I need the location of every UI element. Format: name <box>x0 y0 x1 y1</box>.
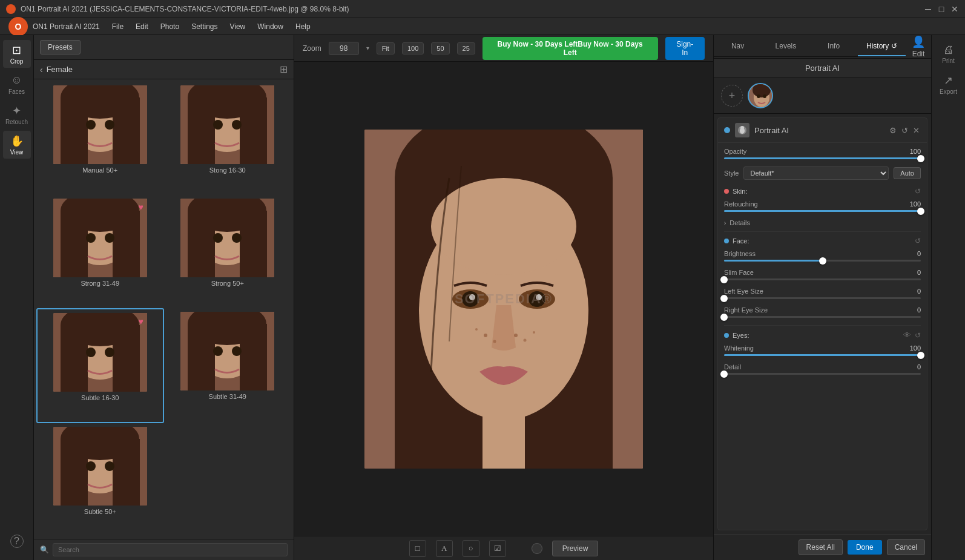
retouching-thumb[interactable] <box>917 208 924 215</box>
slim-face-thumb[interactable] <box>720 276 728 283</box>
skin-reset-button[interactable]: ↺ <box>915 187 921 196</box>
menu-item-view[interactable]: View <box>223 20 251 33</box>
zoom-100-button[interactable]: 100 <box>402 42 424 54</box>
window-controls[interactable]: ─ □ ✕ <box>924 5 959 13</box>
svg-rect-39 <box>240 324 267 390</box>
view-icon: ✋ <box>10 134 24 148</box>
sign-in-button[interactable]: Sign-In <box>665 37 705 60</box>
export-label: Export <box>940 88 957 95</box>
retouching-slider[interactable] <box>724 210 921 212</box>
face-reset-button[interactable]: ↺ <box>915 237 921 245</box>
export-button[interactable]: ↗ Export <box>935 70 963 99</box>
preset-item-subtle-16-30[interactable]: ♥Subtle 16-30 <box>36 308 164 424</box>
eyes-section-label: Eyes: <box>733 332 900 339</box>
edit-panel-button[interactable]: 👤 Edit <box>906 35 931 58</box>
eyes-visibility-button[interactable]: 👁 <box>903 331 911 340</box>
undo-button[interactable]: ↺ <box>900 125 909 136</box>
preset-item-subtle-31-49[interactable]: Subtle 31-49 <box>164 308 292 424</box>
tool-view[interactable]: ✋ View <box>3 131 31 159</box>
preset-thumb-subtle-50plus <box>53 427 147 506</box>
search-input[interactable] <box>53 543 288 556</box>
tab-levels[interactable]: Levels <box>762 37 809 56</box>
detail-slider[interactable] <box>724 373 921 375</box>
retouching-track <box>724 210 921 212</box>
zoom-50-button[interactable]: 50 <box>431 42 449 54</box>
brightness-row: Brightness 0 <box>724 250 921 257</box>
card-status-dot <box>724 127 730 133</box>
preset-label-strong-31-49: Strong 31-49 <box>81 280 119 287</box>
menu-item-file[interactable]: File <box>106 20 130 33</box>
svg-rect-31 <box>61 325 88 392</box>
tab-history[interactable]: History ↺ <box>858 37 906 56</box>
right-eye-slider[interactable] <box>724 316 921 318</box>
settings-button[interactable]: ⚙ <box>888 125 898 136</box>
detail-thumb[interactable] <box>720 371 728 378</box>
left-eye-label: Left Eye Size <box>724 288 763 295</box>
presets-category[interactable]: ‹ Female <box>40 65 73 74</box>
help-button[interactable]: ? <box>3 527 31 555</box>
tool-crop[interactable]: ⊡ Crop <box>3 40 31 68</box>
eyes-reset-button[interactable]: ↺ <box>915 331 921 340</box>
retouching-fill <box>724 210 921 212</box>
tab-nav[interactable]: Nav <box>714 37 762 56</box>
brightness-thumb[interactable] <box>819 257 826 265</box>
maximize-button[interactable]: □ <box>937 5 946 13</box>
tab-info[interactable]: Info <box>810 37 858 56</box>
frame-button[interactable]: □ <box>409 540 426 557</box>
auto-button[interactable]: Auto <box>894 167 921 179</box>
right-eye-thumb[interactable] <box>720 314 728 321</box>
brightness-slider[interactable] <box>724 260 921 262</box>
menu-item-edit[interactable]: Edit <box>130 20 154 33</box>
menu-item-settings[interactable]: Settings <box>185 20 223 33</box>
tool-faces[interactable]: ☺ Faces <box>3 70 31 98</box>
preset-item-strong-16-30[interactable]: Stong 16-30 <box>164 82 292 195</box>
window-title: ON1 Portrait AI 2021 (JESSICA-CLEMENTS-C… <box>21 5 349 13</box>
preview-button[interactable]: Preview <box>552 541 599 556</box>
preset-item-subtle-50plus[interactable]: Subtle 50+ <box>36 423 164 536</box>
menu-item-help[interactable]: Help <box>289 20 317 33</box>
grid-view-button[interactable]: ⊞ <box>280 64 288 75</box>
export-icon: ↗ <box>944 74 953 87</box>
left-eye-thumb[interactable] <box>720 295 728 302</box>
circle-tool[interactable] <box>532 543 542 554</box>
done-button[interactable]: Done <box>848 540 882 555</box>
heart-icon[interactable]: ♥ <box>138 202 143 212</box>
zoom-25-button[interactable]: 25 <box>457 42 475 54</box>
svg-point-47 <box>86 461 96 471</box>
close-card-button[interactable]: ✕ <box>912 125 921 136</box>
minimize-button[interactable]: ─ <box>924 5 932 13</box>
preset-item-strong-31-49[interactable]: ♥Strong 31-49 <box>36 195 164 308</box>
details-row[interactable]: › Details <box>724 219 921 226</box>
svg-point-54 <box>431 178 576 275</box>
preset-item-manual-50plus[interactable]: Manual 50+ <box>36 82 164 195</box>
face-thumbnail[interactable] <box>748 83 773 108</box>
print-button[interactable]: 🖨 Print <box>935 40 963 68</box>
slim-face-slider[interactable] <box>724 278 921 280</box>
slim-face-value: 0 <box>904 269 921 276</box>
cancel-button[interactable]: Cancel <box>887 539 925 555</box>
checkbox-button[interactable]: ☑ <box>489 540 506 557</box>
zoom-value[interactable]: 98 <box>329 42 359 55</box>
style-select[interactable]: Default* <box>743 166 889 180</box>
slim-face-track <box>724 278 921 280</box>
reset-all-button[interactable]: Reset All <box>799 539 843 555</box>
presets-button[interactable]: Presets <box>40 40 81 54</box>
tool-retouch[interactable]: ✦ Retouch <box>3 100 31 128</box>
circle-button[interactable]: ○ <box>463 540 479 557</box>
opacity-thumb[interactable] <box>917 155 924 162</box>
heart-icon[interactable]: ♥ <box>138 317 143 326</box>
whitening-slider[interactable] <box>724 354 921 356</box>
fit-button[interactable]: Fit <box>377 42 395 54</box>
preset-item-strong-50plus[interactable]: Strong 50+ <box>164 195 292 308</box>
preset-label-subtle-31-49: Subtle 31-49 <box>209 393 246 400</box>
detail-label: Detail <box>724 363 741 371</box>
whitening-thumb[interactable] <box>917 352 924 359</box>
buy-now-button[interactable]: Buy Now - 30 Days LeftBuy Now - 30 Days … <box>482 37 658 60</box>
add-face-button[interactable]: + <box>721 85 743 107</box>
opacity-slider[interactable] <box>724 157 921 159</box>
close-button[interactable]: ✕ <box>950 5 959 13</box>
left-eye-slider[interactable] <box>724 297 921 299</box>
menu-item-window[interactable]: Window <box>251 20 289 33</box>
text-button[interactable]: A <box>436 540 453 557</box>
menu-item-photo[interactable]: Photo <box>154 20 185 33</box>
